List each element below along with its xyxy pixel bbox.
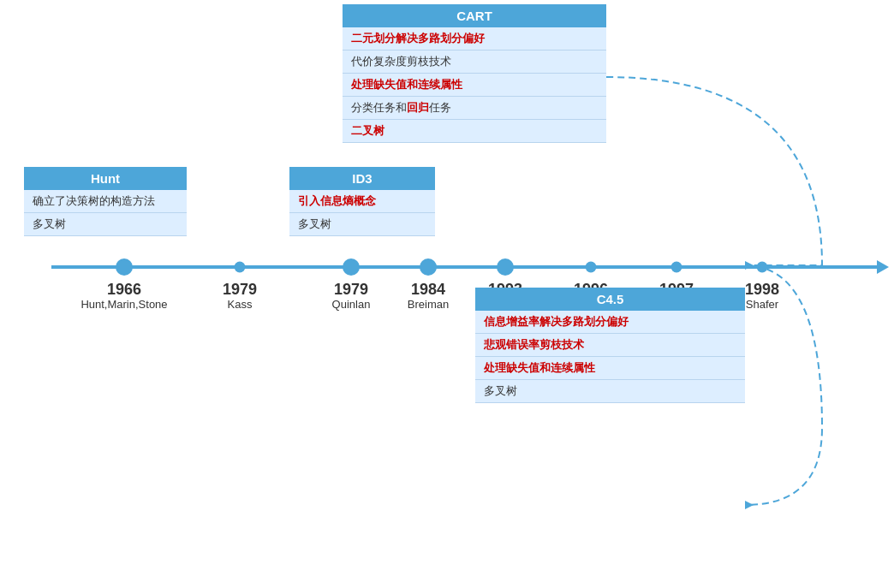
c45-row-2: 悲观错误率剪枝技术 <box>475 334 745 357</box>
dot-1984 <box>420 258 437 276</box>
dashed-arc-top <box>606 77 822 265</box>
year-1979-quinlan: 1979 <box>334 281 368 299</box>
year-1984: 1984 <box>411 281 445 299</box>
timeline-bar: 1966 Hunt,Marin,Stone 1979 Kass 1979 Qui… <box>51 265 877 269</box>
dot-1993 <box>497 258 514 276</box>
c45-card: C4.5 信息增益率解决多路划分偏好 悲观错误率剪枝技术 处理缺失值和连续属性 … <box>475 288 745 403</box>
dot-1998 <box>757 262 768 273</box>
year-1998: 1998 <box>745 281 779 299</box>
cart-row-1: 二元划分解决多路划分偏好 <box>343 27 606 50</box>
id3-card-header: ID3 <box>289 167 435 190</box>
cart-row-5: 二叉树 <box>343 120 606 143</box>
c45-row-3: 处理缺失值和连续属性 <box>475 357 745 380</box>
dot-1966 <box>116 258 133 276</box>
id3-card: ID3 引入信息熵概念 多叉树 <box>289 167 435 236</box>
author-1984: Breiman <box>408 298 449 311</box>
cart-row-4: 分类任务和回归任务 <box>343 97 606 120</box>
c45-row-1: 信息增益率解决多路划分偏好 <box>475 311 745 334</box>
id3-row-2: 多叉树 <box>289 213 435 236</box>
author-1966: Hunt,Marin,Stone <box>80 298 167 311</box>
dot-1997 <box>671 262 682 273</box>
id3-row-1: 引入信息熵概念 <box>289 190 435 213</box>
hunt-row-1: 确立了决策树的构造方法 <box>24 190 187 213</box>
c45-card-header: C4.5 <box>475 288 745 311</box>
year-1979-kass: 1979 <box>223 281 257 299</box>
year-1966: 1966 <box>107 281 141 299</box>
author-1998: Shafer <box>746 298 778 311</box>
hunt-card-header: Hunt <box>24 167 187 190</box>
dot-1996 <box>586 262 597 273</box>
author-1979-quinlan: Quinlan <box>332 298 371 311</box>
cart-row-3: 处理缺失值和连续属性 <box>343 74 606 97</box>
dot-1979-quinlan <box>343 258 360 276</box>
cart-red-inline: 回归 <box>407 101 429 114</box>
c45-row-4: 多叉树 <box>475 380 745 403</box>
cart-row-2: 代价复杂度剪枝技术 <box>343 50 606 74</box>
dot-1979-kass <box>235 262 246 273</box>
timeline-arrow <box>877 260 889 274</box>
hunt-card: Hunt 确立了决策树的构造方法 多叉树 <box>24 167 187 236</box>
cart-card: CART 二元划分解决多路划分偏好 代价复杂度剪枝技术 处理缺失值和连续属性 分… <box>343 4 606 143</box>
arrow-head-bottom <box>745 501 754 509</box>
cart-card-header: CART <box>343 4 606 27</box>
author-1979-kass: Kass <box>228 298 253 311</box>
hunt-row-2: 多叉树 <box>24 213 187 236</box>
